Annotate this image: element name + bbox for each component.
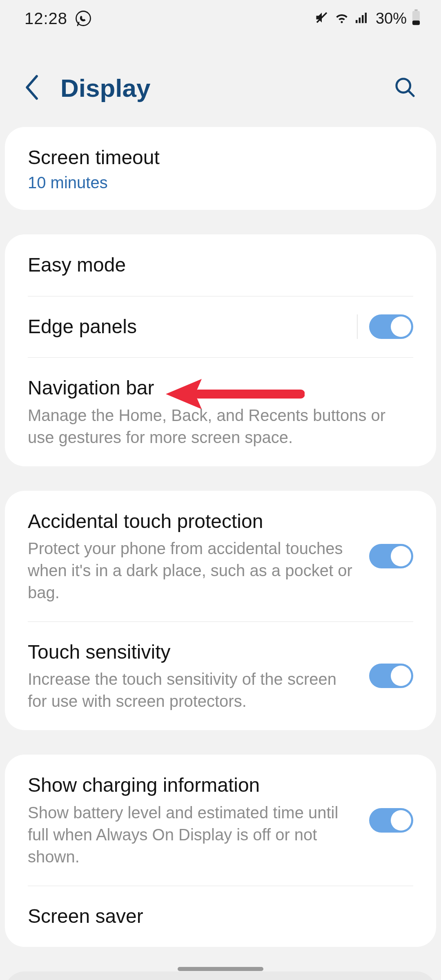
easy-mode-title: Easy mode: [28, 252, 126, 278]
card-timeout: Screen timeout 10 minutes: [5, 127, 436, 210]
row-accidental-touch[interactable]: Accidental touch protection Protect your…: [5, 491, 436, 621]
edge-panels-toggle-wrap: [357, 314, 413, 339]
status-time: 12:28: [24, 9, 67, 28]
svg-rect-6: [414, 9, 417, 11]
svg-rect-8: [412, 20, 420, 25]
accidental-touch-toggle[interactable]: [369, 544, 413, 568]
touch-sensitivity-desc: Increase the touch sensitivity of the sc…: [28, 668, 353, 712]
row-easy-mode[interactable]: Easy mode: [5, 234, 436, 296]
home-indicator[interactable]: [178, 967, 263, 971]
row-navigation-bar[interactable]: Navigation bar Manage the Home, Back, an…: [5, 357, 436, 466]
charging-info-title: Show charging information: [28, 773, 353, 798]
page-title: Display: [60, 74, 151, 102]
status-left: 12:28: [24, 9, 92, 28]
svg-rect-2: [356, 20, 358, 23]
row-screen-timeout[interactable]: Screen timeout 10 minutes: [5, 127, 436, 210]
accidental-touch-title: Accidental touch protection: [28, 509, 353, 534]
footer-card[interactable]: Looking for something else?: [5, 971, 436, 980]
row-touch-sensitivity[interactable]: Touch sensitivity Increase the touch sen…: [5, 621, 436, 730]
status-bar: 12:28: [0, 0, 441, 37]
touch-sensitivity-title: Touch sensitivity: [28, 639, 353, 665]
screen-saver-title: Screen saver: [28, 904, 413, 929]
navigation-bar-title: Navigation bar: [28, 375, 413, 401]
charging-info-desc: Show battery level and estimated time un…: [28, 802, 353, 868]
row-screen-saver[interactable]: Screen saver: [5, 886, 436, 947]
svg-rect-3: [359, 18, 361, 23]
screen-timeout-value: 10 minutes: [28, 174, 413, 192]
status-right: 30%: [314, 9, 421, 27]
row-charging-info[interactable]: Show charging information Show battery l…: [5, 755, 436, 885]
app-header: Display: [0, 37, 441, 127]
card-interface: Easy mode Edge panels Navigation bar Man…: [5, 234, 436, 466]
card-misc: Show charging information Show battery l…: [5, 755, 436, 947]
whatsapp-icon: [75, 10, 92, 27]
edge-panels-toggle[interactable]: [369, 314, 413, 339]
svg-line-10: [408, 90, 414, 96]
navigation-bar-desc: Manage the Home, Back, and Recents butto…: [28, 404, 413, 448]
row-edge-panels[interactable]: Edge panels: [5, 296, 436, 357]
header-left: Display: [24, 74, 151, 102]
charging-info-toggle[interactable]: [369, 808, 413, 833]
edge-panels-title: Edge panels: [28, 314, 137, 339]
battery-icon: [412, 9, 421, 27]
screen-timeout-title: Screen timeout: [28, 145, 413, 170]
mute-icon: [314, 10, 329, 27]
search-button[interactable]: [394, 76, 416, 100]
svg-rect-4: [362, 15, 364, 23]
touch-sensitivity-toggle[interactable]: [369, 664, 413, 688]
card-touch: Accidental touch protection Protect your…: [5, 491, 436, 731]
signal-icon: [354, 10, 369, 27]
back-button[interactable]: [24, 75, 40, 102]
battery-percentage: 30%: [376, 10, 407, 27]
accidental-touch-desc: Protect your phone from accidental touch…: [28, 537, 353, 604]
svg-rect-5: [365, 13, 367, 23]
wifi-icon: [334, 10, 350, 27]
vertical-divider: [357, 314, 358, 339]
